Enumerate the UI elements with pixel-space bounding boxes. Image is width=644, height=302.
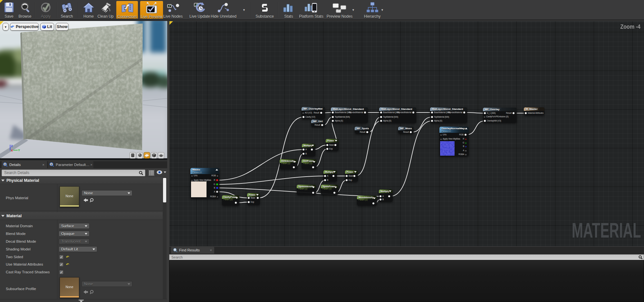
svg-text:Z: Z <box>11 144 13 148</box>
svg-text:X: X <box>11 149 13 152</box>
svg-text:Y: Y <box>18 149 20 152</box>
